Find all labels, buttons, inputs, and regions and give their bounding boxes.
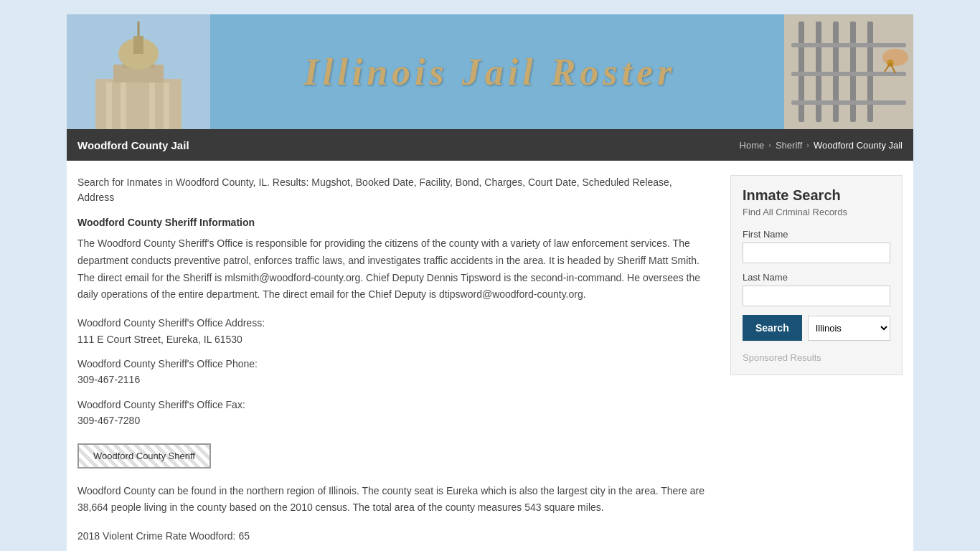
svg-rect-19 — [791, 100, 906, 105]
first-name-input[interactable] — [743, 242, 890, 263]
search-button[interactable]: Search — [743, 315, 802, 341]
address-block: Woodford County Sheriff's Office Address… — [77, 315, 709, 347]
svg-rect-3 — [121, 83, 126, 129]
navbar: Woodford County Jail Home › Sheriff › Wo… — [67, 129, 913, 161]
fax-label: Woodford County Sheriff's Office Fax: — [77, 397, 709, 413]
intro-text: Search for Inmates in Woodford County, I… — [77, 175, 709, 205]
search-box-title: Inmate Search — [743, 187, 890, 204]
fax-value: 309-467-7280 — [77, 413, 709, 428]
inmate-search-box: Inmate Search Find All Criminal Records … — [730, 175, 903, 375]
phone-label: Woodford County Sheriff's Office Phone: — [77, 356, 709, 372]
sidebar: Inmate Search Find All Criminal Records … — [730, 175, 903, 551]
fax-block: Woodford County Sheriff's Office Fax: 30… — [77, 397, 709, 429]
first-name-group: First Name — [743, 229, 890, 263]
search-row: Search Illinois Alabama Alaska Arizona A… — [743, 315, 890, 341]
body-paragraph: The Woodford County Sheriff's Office is … — [77, 235, 709, 303]
first-name-label: First Name — [743, 229, 890, 240]
bottom-paragraph: Woodford County can be found in the nort… — [77, 483, 709, 517]
svg-rect-2 — [106, 83, 112, 129]
svg-rect-9 — [133, 36, 143, 54]
address-value: 111 E Court Street, Eureka, IL 61530 — [77, 331, 709, 347]
page-wrapper: Search for Inmates in Woodford County, I… — [67, 161, 913, 551]
phone-value: 309-467-2116 — [77, 372, 709, 387]
site-header: Illinois Jail Roster — [67, 14, 913, 129]
breadcrumb-current: Woodford County Jail — [814, 140, 903, 151]
svg-rect-18 — [791, 72, 906, 76]
sponsored-label: Sponsored Results — [743, 352, 890, 363]
breadcrumb-sep-2: › — [806, 141, 809, 149]
sheriff-button[interactable]: Woodford County Sheriff — [77, 443, 211, 468]
search-box-subtitle: Find All Criminal Records — [743, 207, 890, 217]
navbar-page-title: Woodford County Jail — [77, 139, 189, 151]
last-name-label: Last Name — [743, 272, 890, 283]
svg-rect-17 — [791, 43, 906, 47]
last-name-group: Last Name — [743, 272, 890, 306]
main-content: Search for Inmates in Woodford County, I… — [77, 175, 716, 551]
last-name-input[interactable] — [743, 286, 890, 306]
svg-rect-5 — [164, 83, 169, 129]
breadcrumb-sheriff[interactable]: Sheriff — [776, 140, 802, 151]
capitol-image — [67, 14, 210, 129]
breadcrumb: Home › Sheriff › Woodford County Jail — [740, 140, 903, 151]
state-select[interactable]: Illinois Alabama Alaska Arizona Arkansas… — [808, 316, 890, 341]
breadcrumb-sep-1: › — [768, 141, 771, 149]
address-label: Woodford County Sheriff's Office Address… — [77, 315, 709, 331]
phone-block: Woodford County Sheriff's Office Phone: … — [77, 356, 709, 388]
site-title: Illinois Jail Roster — [304, 51, 677, 93]
svg-point-20 — [882, 49, 908, 66]
jail-image — [784, 14, 913, 129]
breadcrumb-home[interactable]: Home — [740, 140, 765, 151]
svg-rect-4 — [149, 83, 155, 129]
section-title: Woodford County Sheriff Information — [77, 217, 709, 228]
crime-rate-text: 2018 Violent Crime Rate Woodford: 65 — [77, 528, 709, 545]
